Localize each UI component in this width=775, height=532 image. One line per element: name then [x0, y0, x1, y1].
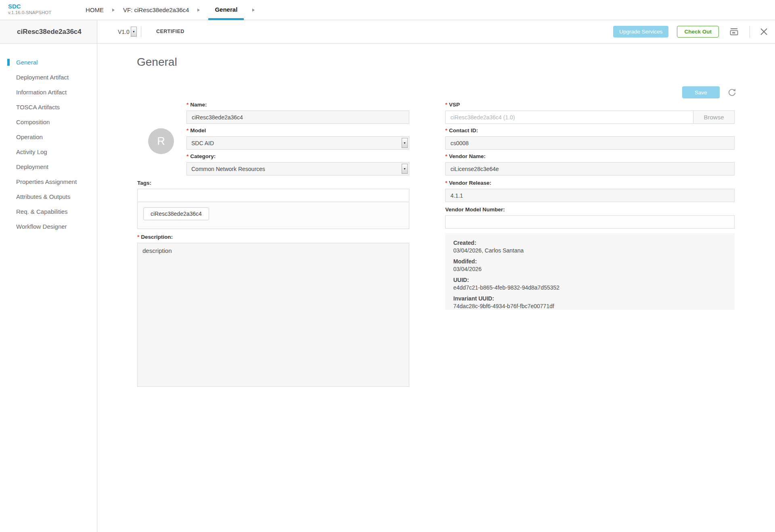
dropdown-arrow-icon[interactable]	[131, 27, 137, 37]
top-nav-bar: SDC v.1.16.0-SNAPSHOT HOME VF: ciResc38e…	[0, 0, 775, 20]
sidebar-item-information-artifact[interactable]: Information Artifact	[0, 85, 97, 100]
required-marker: *	[186, 102, 189, 108]
vendor-release-input[interactable]	[445, 189, 735, 202]
vendor-release-field-group: *Vendor Release:	[445, 180, 735, 202]
field-label-text: Vendor Release:	[449, 180, 491, 186]
vsp-field-group: *VSP Browse	[445, 102, 735, 124]
avatar-letter: R	[157, 135, 165, 148]
meta-label: Created:	[453, 239, 727, 247]
category-select[interactable]: Common Network Resources	[186, 162, 409, 175]
sdc-logo[interactable]: SDC v.1.16.0-SNAPSHOT	[8, 3, 51, 15]
sidebar-item-req-capabilities[interactable]: Req. & Capabilities	[0, 204, 97, 219]
breadcrumb-chevron-icon	[197, 8, 200, 12]
revert-icon[interactable]	[727, 88, 737, 98]
close-icon[interactable]	[760, 28, 768, 35]
breadcrumb-chevron-icon	[252, 8, 255, 12]
tags-label: Tags:	[137, 180, 409, 186]
field-label-text: VSP	[449, 102, 460, 108]
required-marker: *	[137, 234, 139, 240]
sidebar-item-label: Attributes & Outputs	[16, 193, 70, 200]
field-label-text: Description:	[141, 234, 173, 240]
sidebar-item-tosca-artifacts[interactable]: TOSCA Artifacts	[0, 100, 97, 115]
contact-id-input[interactable]	[445, 136, 735, 150]
required-marker: *	[445, 102, 447, 108]
toolbar-actions: Upgrade Services Check Out	[613, 20, 768, 43]
field-label-text: Model	[190, 127, 206, 134]
toolbar-divider	[750, 26, 750, 38]
meta-value: 03/04/2026, Carlos Santana	[453, 247, 727, 255]
vendor-model-number-label: Vendor Model Number:	[445, 207, 735, 213]
vendor-name-input[interactable]	[445, 162, 735, 175]
meta-label: Modifed:	[453, 258, 727, 265]
vendor-name-field-group: *Vendor Name:	[445, 153, 735, 175]
model-field-group: *Model SDC AID	[186, 127, 409, 150]
description-textarea[interactable]: description	[137, 243, 409, 387]
category-label: *Category:	[186, 153, 409, 160]
sidebar-item-label: TOSCA Artifacts	[16, 104, 60, 111]
toolbar-divider	[141, 26, 141, 37]
breadcrumb-vf[interactable]: VF: ciResc38ede2a36c4	[123, 0, 189, 20]
sidebar-item-label: General	[16, 59, 38, 66]
sidebar-item-label: Properties Assignment	[16, 178, 77, 185]
required-marker: *	[445, 180, 447, 186]
sidebar-nav: General Deployment Artifact Information …	[0, 44, 97, 532]
sidebar-item-activity-log[interactable]: Activity Log	[0, 144, 97, 159]
avatar: R	[148, 128, 174, 154]
sidebar-item-operation[interactable]: Operation	[0, 129, 97, 144]
browse-button[interactable]: Browse	[693, 111, 735, 124]
metadata-box: Created: 03/04/2026, Carlos Santana Modi…	[445, 233, 735, 310]
category-field-group: *Category: Common Network Resources	[186, 153, 409, 175]
save-button[interactable]: Save	[682, 86, 720, 98]
tags-field-group: Tags: ciResc38ede2a36c4	[137, 180, 409, 229]
page-title: General	[137, 56, 177, 69]
description-field-group: *Description: description	[137, 234, 409, 388]
sdc-general-page: SDC v.1.16.0-SNAPSHOT HOME VF: ciResc38e…	[0, 0, 775, 532]
vsp-label: *VSP	[445, 102, 735, 108]
breadcrumb-home[interactable]: HOME	[86, 0, 104, 20]
model-selected-value: SDC AID	[191, 140, 214, 146]
meta-label: Invariant UUID:	[453, 295, 727, 303]
entity-toolbar: ciResc38ede2a36c4 V1.0 CERTIFIED Upgrade…	[0, 20, 775, 44]
sidebar-item-composition[interactable]: Composition	[0, 115, 97, 129]
field-label-text: Tags:	[137, 180, 151, 186]
category-selected-value: Common Network Resources	[191, 166, 265, 172]
sidebar-item-deployment[interactable]: Deployment	[0, 159, 97, 174]
sidebar-item-label: Workflow Designer	[16, 223, 67, 230]
version-select[interactable]: V1.0	[118, 20, 137, 43]
vendor-model-number-input[interactable]	[445, 215, 735, 229]
required-marker: *	[445, 127, 447, 134]
contact-id-label: *Contact ID:	[445, 127, 735, 134]
meta-invariant-uuid: Invariant UUID: 74dac28c-9bf6-4934-b76f-…	[453, 295, 727, 310]
sidebar-header: ciResc38ede2a36c4	[0, 20, 97, 43]
name-input[interactable]	[186, 111, 409, 124]
required-marker: *	[445, 153, 447, 160]
sidebar-item-properties-assignment[interactable]: Properties Assignment	[0, 174, 97, 189]
lifecycle-status-badge: CERTIFIED	[156, 20, 184, 43]
print-icon[interactable]	[729, 26, 739, 37]
sidebar-item-general[interactable]: General	[0, 55, 97, 70]
vendor-model-number-field-group: Vendor Model Number:	[445, 207, 735, 229]
sidebar-item-attributes-outputs[interactable]: Attributes & Outputs	[0, 189, 97, 204]
sidebar-item-label: Req. & Capabilities	[16, 208, 68, 215]
check-out-button[interactable]: Check Out	[677, 26, 719, 38]
model-label: *Model	[186, 127, 409, 134]
tag-chip[interactable]: ciResc38ede2a36c4	[143, 207, 209, 220]
sidebar-item-label: Deployment Artifact	[16, 74, 69, 81]
field-label-text: Vendor Name:	[449, 153, 486, 160]
dropdown-arrow-icon[interactable]	[402, 138, 408, 148]
breadcrumb-general-active[interactable]: General	[208, 0, 244, 20]
description-label: *Description:	[137, 234, 409, 240]
vsp-input[interactable]	[445, 111, 693, 124]
tags-input[interactable]	[138, 189, 409, 202]
sidebar-item-deployment-artifact[interactable]: Deployment Artifact	[0, 70, 97, 85]
sidebar-item-label: Activity Log	[16, 148, 47, 155]
sidebar-item-workflow-designer[interactable]: Workflow Designer	[0, 219, 97, 234]
sidebar-item-label: Operation	[16, 134, 43, 140]
name-label: *Name:	[186, 102, 409, 108]
dropdown-arrow-icon[interactable]	[402, 164, 408, 174]
upgrade-services-button[interactable]: Upgrade Services	[613, 26, 668, 38]
field-label-text: Category:	[190, 153, 216, 160]
meta-value: 74dac28c-9bf6-4934-b76f-fbc7e00771df	[453, 303, 727, 310]
field-label-text: Vendor Model Number:	[445, 207, 505, 213]
model-select[interactable]: SDC AID	[186, 136, 409, 150]
